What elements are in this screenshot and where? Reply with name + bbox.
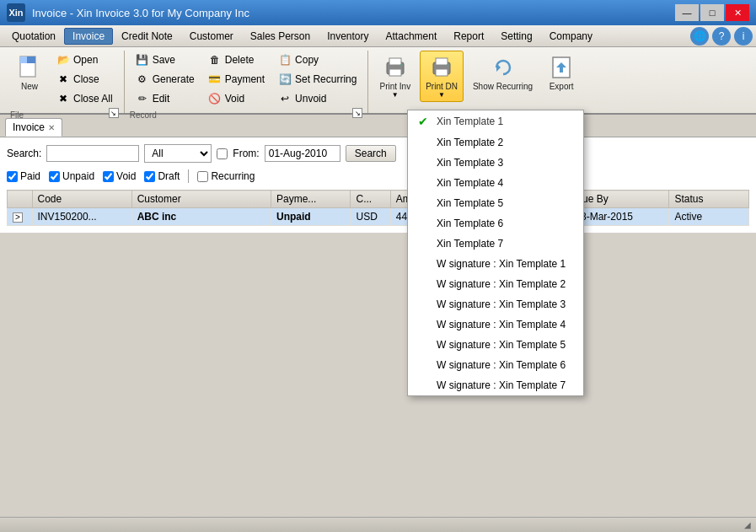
due-by-cell: 28-Mar-2015 xyxy=(570,208,669,226)
close-all-button[interactable]: ✖ Close All xyxy=(51,89,119,108)
dropdown-item-6[interactable]: Xin Template 7 xyxy=(408,234,583,254)
show-recurring-label: Show Recurring xyxy=(473,82,533,91)
dropdown-item-4[interactable]: Xin Template 5 xyxy=(408,193,583,213)
filter-draft[interactable]: Draft xyxy=(144,170,180,182)
dropdown-item-2[interactable]: Xin Template 3 xyxy=(408,153,583,173)
from-label: From: xyxy=(233,148,259,159)
menu-credit-note[interactable]: Credit Note xyxy=(113,28,181,45)
record-left-buttons: 💾 Save ⚙ Generate ✏ Edit xyxy=(130,51,201,108)
svg-rect-1 xyxy=(20,56,27,63)
tab-close-icon[interactable]: ✕ xyxy=(48,123,55,132)
menu-invoice[interactable]: Invoice xyxy=(64,28,113,45)
menu-attachment[interactable]: Attachment xyxy=(378,28,446,45)
show-recurring-icon xyxy=(490,54,517,81)
date-input[interactable] xyxy=(265,145,340,162)
dropdown-item-13[interactable]: W signature : Xin Template 7 xyxy=(408,375,583,395)
unvoid-button[interactable]: ↩ Unvoid xyxy=(272,89,362,108)
set-recurring-button[interactable]: 🔄 Set Recurring xyxy=(272,70,362,89)
search-button[interactable]: Search xyxy=(346,145,396,162)
dropdown-item-label-13: W signature : Xin Template 7 xyxy=(437,379,566,391)
maximize-button[interactable]: □ xyxy=(700,4,724,21)
payment-button[interactable]: 💳 Payment xyxy=(202,70,271,89)
filter-unpaid[interactable]: Unpaid xyxy=(49,170,94,182)
dropdown-item-11[interactable]: W signature : Xin Template 5 xyxy=(408,335,583,355)
menu-quotation[interactable]: Quotation xyxy=(3,28,64,45)
dropdown-item-label-9: W signature : Xin Template 3 xyxy=(437,298,566,310)
dropdown-item-3[interactable]: Xin Template 4 xyxy=(408,173,583,193)
print-inv-label: Print Inv xyxy=(379,82,410,91)
menu-inventory[interactable]: Inventory xyxy=(319,28,377,45)
close-button[interactable]: ✕ xyxy=(726,4,749,21)
menu-sales-person[interactable]: Sales Person xyxy=(242,28,319,45)
dropdown-item-8[interactable]: W signature : Xin Template 2 xyxy=(408,274,583,294)
col-payment[interactable]: Payme... xyxy=(271,191,350,208)
col-due-by[interactable]: Due By xyxy=(570,191,669,208)
void-icon: 🚫 xyxy=(208,92,222,105)
col-customer[interactable]: Customer xyxy=(131,191,271,208)
svg-marker-11 xyxy=(496,63,501,72)
resize-handle: ◢ xyxy=(744,520,751,529)
show-recurring-button[interactable]: Show Recurring xyxy=(467,51,539,94)
search-input[interactable] xyxy=(46,145,139,162)
table-row[interactable]: > INV150200... ABC inc Unpaid USD 440 28… xyxy=(8,208,749,226)
edit-button[interactable]: ✏ Edit xyxy=(130,89,201,108)
menu-company[interactable]: Company xyxy=(541,28,601,45)
ribbon-print-group: Print Inv ▼ Print DN ▼ xyxy=(368,51,586,113)
from-checkbox[interactable] xyxy=(217,148,228,159)
svg-marker-2 xyxy=(27,56,35,63)
table-header-row: Code Customer Payme... C... Amou... Due … xyxy=(8,191,749,208)
search-bar: Search: All From: Search xyxy=(7,144,749,163)
delete-icon: 🗑 xyxy=(208,53,222,67)
dropdown-item-10[interactable]: W signature : Xin Template 4 xyxy=(408,314,583,335)
filter-separator xyxy=(188,169,189,183)
dropdown-item-9[interactable]: W signature : Xin Template 3 xyxy=(408,294,583,314)
col-code[interactable]: Code xyxy=(32,191,131,208)
window-title: Invoice - Xin Invoice 3.0 for My Company… xyxy=(32,7,249,19)
tab-invoice[interactable]: Invoice ✕ xyxy=(5,118,62,137)
generate-button[interactable]: ⚙ Generate xyxy=(130,70,201,89)
col-currency[interactable]: C... xyxy=(351,191,390,208)
menu-customer[interactable]: Customer xyxy=(181,28,242,45)
expand-button[interactable]: > xyxy=(13,212,23,223)
dropdown-item-1[interactable]: Xin Template 2 xyxy=(408,132,583,153)
open-button[interactable]: 📂 Open xyxy=(51,51,119,69)
dropdown-item-label-3: Xin Template 4 xyxy=(437,177,503,189)
print-dn-label: Print DN xyxy=(426,82,458,91)
filter-select[interactable]: All xyxy=(144,144,212,163)
copy-button[interactable]: 📋 Copy xyxy=(272,51,362,69)
record-expand-btn[interactable]: ↘ xyxy=(352,108,362,118)
minimize-button[interactable]: — xyxy=(675,4,699,21)
col-status[interactable]: Status xyxy=(669,191,749,208)
dropdown-item-0[interactable]: ✔Xin Template 1 xyxy=(408,110,583,132)
info-icon[interactable]: i xyxy=(734,27,753,46)
new-button[interactable]: New xyxy=(10,51,49,94)
print-inv-icon xyxy=(382,54,409,81)
menu-report[interactable]: Report xyxy=(445,28,492,45)
filter-paid[interactable]: Paid xyxy=(7,170,40,182)
svg-rect-9 xyxy=(436,69,448,76)
window-controls: — □ ✕ xyxy=(675,4,749,21)
dropdown-item-12[interactable]: W signature : Xin Template 6 xyxy=(408,355,583,375)
delete-button[interactable]: 🗑 Delete xyxy=(202,51,271,69)
ribbon-file-group: New 📂 Open ✖ Close ✖ Close All File ↘ xyxy=(5,51,125,113)
close-button[interactable]: ✖ Close xyxy=(51,70,119,89)
help-icon[interactable]: ? xyxy=(712,27,731,46)
save-button[interactable]: 💾 Save xyxy=(130,51,201,69)
dropdown-item-7[interactable]: W signature : Xin Template 1 xyxy=(408,254,583,274)
filter-void[interactable]: Void xyxy=(103,170,136,182)
title-bar: Xin Invoice - Xin Invoice 3.0 for My Com… xyxy=(0,0,756,25)
file-expand-btn[interactable]: ↘ xyxy=(109,108,119,118)
menu-setting[interactable]: Setting xyxy=(492,28,540,45)
dropdown-item-5[interactable]: Xin Template 6 xyxy=(408,213,583,234)
void-button[interactable]: 🚫 Void xyxy=(202,89,271,108)
payment-icon: 💳 xyxy=(208,73,222,86)
expand-cell[interactable]: > xyxy=(8,208,33,226)
print-dn-button[interactable]: Print DN ▼ xyxy=(420,51,464,102)
filter-recurring[interactable]: Recurring xyxy=(197,170,255,182)
print-inv-arrow: ▼ xyxy=(392,91,399,99)
export-button[interactable]: Export xyxy=(542,51,581,94)
record-right-buttons: 📋 Copy 🔄 Set Recurring ↩ Unvoid xyxy=(272,51,362,108)
svg-rect-5 xyxy=(389,69,401,76)
print-inv-button[interactable]: Print Inv ▼ xyxy=(373,51,416,102)
dropdown-item-label-12: W signature : Xin Template 6 xyxy=(437,359,566,371)
